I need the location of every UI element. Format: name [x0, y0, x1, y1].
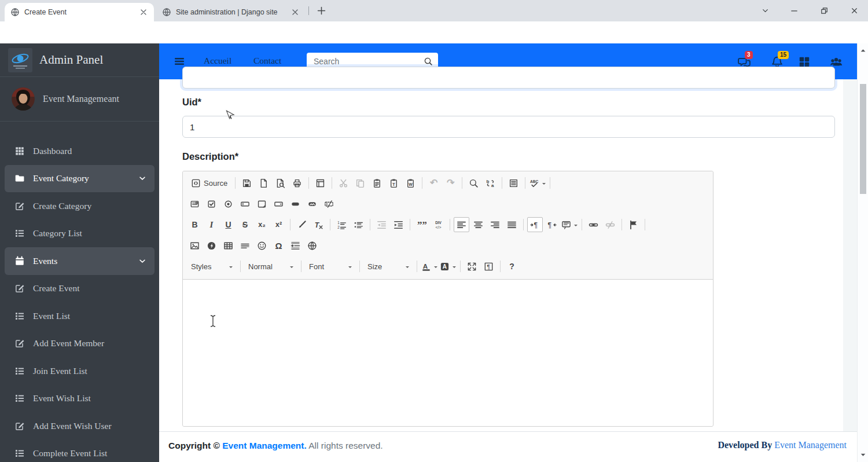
sidebar-brand[interactable]: Admin Panel — [0, 43, 159, 77]
scroll-down-icon[interactable] — [860, 452, 866, 458]
sidebar-item-join-event-list[interactable]: Join Event List — [5, 357, 155, 385]
developed-by-link[interactable]: Event Management — [774, 440, 847, 450]
editor-align-center-button[interactable] — [470, 217, 486, 232]
tab-create-event[interactable]: Create Event — [5, 3, 154, 21]
editor-select-field-button[interactable] — [271, 196, 286, 211]
user-name[interactable]: Event Managemeant — [43, 94, 119, 104]
editor-bidi-rtl-button[interactable]: ¶ — [544, 217, 560, 232]
editor-styles-combo-button[interactable]: Styles — [187, 259, 237, 274]
editor-preview-button[interactable] — [273, 175, 288, 190]
editor-page-break-button[interactable] — [288, 238, 303, 253]
editor-show-blocks-button[interactable]: ¶ — [481, 259, 496, 274]
window-minimize-button[interactable] — [784, 3, 804, 18]
scrollbar-thumb[interactable] — [860, 84, 866, 194]
editor-underline-button[interactable]: U — [220, 217, 236, 232]
sidebar-item-add-event-member[interactable]: Add Event Member — [5, 330, 155, 358]
editor-increase-indent-button[interactable] — [391, 217, 406, 232]
sidebar-item-create-event[interactable]: Create Event — [5, 275, 155, 303]
editor-numbered-list-button[interactable]: 12 — [334, 217, 350, 232]
editor-horizontal-rule-button[interactable] — [237, 238, 253, 253]
sidebar-item-create-category[interactable]: Create Category — [5, 192, 155, 220]
editor-about-button[interactable]: ? — [504, 259, 520, 274]
editor-iframe-button[interactable] — [304, 238, 320, 253]
nav-link-contact[interactable]: Contact — [253, 56, 281, 66]
scroll-up-icon[interactable] — [860, 47, 866, 54]
editor-bold-button[interactable]: B — [187, 217, 203, 232]
editor-maximize-button[interactable] — [464, 259, 480, 274]
editor-new-page-button[interactable] — [256, 175, 271, 190]
nav-link-accueil[interactable]: Accueil — [204, 56, 231, 66]
editor-bulleted-list-button[interactable] — [351, 217, 366, 232]
editor-paste-button[interactable] — [369, 175, 385, 190]
sidebar-item-dashboard[interactable]: Dashboard — [5, 137, 155, 165]
sidebar-item-complete-event-list[interactable]: Complete Event List — [5, 440, 155, 462]
editor-flash-button[interactable] — [204, 238, 219, 253]
editor-subscript-button[interactable]: x₂ — [254, 217, 270, 232]
editor-blockquote-button[interactable]: ”” — [414, 217, 429, 232]
editor-decrease-indent-button[interactable] — [374, 217, 389, 232]
tab-django-admin[interactable]: Site administration | Django site — [156, 3, 306, 21]
editor-align-left-button[interactable] — [454, 217, 469, 232]
editor-language-button[interactable] — [561, 217, 578, 232]
editor-undo-button[interactable]: ↶ — [426, 175, 442, 190]
sidebar-item-event-category[interactable]: Event Category — [5, 165, 155, 193]
window-restore-button[interactable] — [814, 3, 834, 18]
editor-redo-button[interactable]: ↷ — [443, 175, 458, 190]
editor-smiley-button[interactable] — [254, 238, 270, 253]
editor-source-button[interactable]: Source — [187, 175, 231, 190]
editor-font-combo-button[interactable]: Font — [305, 259, 356, 274]
sidebar-item-event-wish-list[interactable]: Event Wish List — [5, 385, 155, 413]
user-avatar[interactable] — [12, 87, 35, 111]
editor-cut-button[interactable] — [336, 175, 351, 190]
search-icon[interactable] — [424, 57, 433, 66]
editor-size-combo-button[interactable]: Size — [363, 259, 413, 274]
editor-superscript-button[interactable]: x² — [271, 217, 286, 232]
sidebar-item-events[interactable]: Events — [5, 247, 155, 275]
editor-select-all-button[interactable] — [506, 175, 521, 190]
editor-hidden-field-button[interactable] — [321, 196, 337, 211]
browser-scrollbar[interactable] — [857, 43, 868, 462]
editor-paste-text-button[interactable]: T — [386, 175, 402, 190]
copyright-link[interactable]: Event Management. — [222, 441, 307, 450]
editor-radio-button[interactable] — [220, 196, 236, 211]
editor-print-button[interactable] — [289, 175, 305, 190]
editor-justify-button[interactable] — [504, 217, 520, 232]
sidebar-item-category-list[interactable]: Category List — [5, 220, 155, 248]
editor-find-button[interactable] — [466, 175, 481, 190]
editor-image-button-button[interactable] — [304, 196, 320, 211]
sidebar-item-event-list[interactable]: Event List — [5, 302, 155, 330]
hamburger-menu-icon[interactable] — [174, 56, 185, 67]
editor-remove-format-button[interactable]: T — [311, 217, 326, 232]
editor-copy-button[interactable] — [352, 175, 368, 190]
editor-paragraph-format-combo-button[interactable]: Normal — [244, 259, 297, 274]
editor-templates-button[interactable] — [312, 175, 328, 190]
new-tab-button[interactable] — [316, 5, 327, 16]
editor-button-button[interactable] — [288, 196, 303, 211]
editor-copy-formatting-button[interactable] — [294, 217, 310, 232]
editor-background-color-button[interactable]: A — [439, 259, 457, 274]
editor-image-button[interactable] — [187, 238, 203, 253]
editor-strikethrough-button[interactable]: S — [237, 217, 253, 232]
editor-text-field-button[interactable] — [237, 196, 253, 211]
uid-input[interactable] — [182, 116, 835, 138]
editor-save-button[interactable] — [239, 175, 255, 190]
editor-content-area[interactable] — [183, 280, 713, 426]
editor-align-right-button[interactable] — [487, 217, 503, 232]
close-tab-icon[interactable] — [290, 8, 300, 17]
editor-special-character-button[interactable]: Ω — [271, 238, 286, 253]
editor-checkbox-button[interactable] — [204, 196, 219, 211]
editor-text-color-button[interactable]: A — [421, 259, 438, 274]
editor-anchor-button[interactable] — [626, 217, 641, 232]
editor-paste-word-button[interactable]: W — [403, 175, 418, 190]
sidebar-item-add-event-wish-user[interactable]: Add Event Wish User — [5, 412, 155, 440]
editor-div-container-button[interactable]: DIV</> — [431, 217, 446, 232]
editor-link-button[interactable] — [586, 217, 601, 232]
editor-italic-button[interactable]: I — [204, 217, 219, 232]
editor-table-button[interactable] — [220, 238, 236, 253]
editor-form-button[interactable] — [187, 196, 203, 211]
editor-spell-check-button[interactable]: ABC — [529, 175, 546, 190]
title-input-partial[interactable] — [182, 67, 835, 89]
editor-bidi-ltr-button[interactable]: ¶ — [527, 217, 543, 232]
editor-replace-button[interactable]: ba — [483, 175, 498, 190]
close-tab-icon[interactable] — [139, 8, 148, 17]
